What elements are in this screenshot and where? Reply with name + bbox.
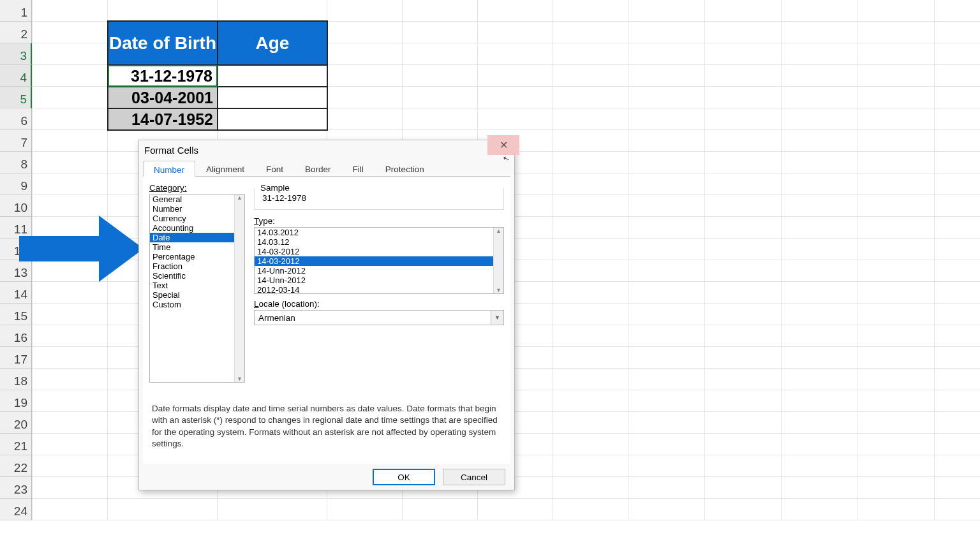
dialog-titlebar[interactable]: Format Cells ? ✕ ↖ <box>139 140 514 160</box>
row-header[interactable]: 19 <box>0 390 32 412</box>
locale-select[interactable]: Armenian ▼ <box>254 310 504 325</box>
scrollbar[interactable]: ▲ ▼ <box>493 228 503 293</box>
row-header[interactable]: 24 <box>0 499 32 520</box>
scrollbar[interactable]: ▲ ▼ <box>234 195 244 382</box>
tab-font[interactable]: Font <box>255 160 294 176</box>
category-item[interactable]: Special <box>150 290 244 300</box>
row-header[interactable]: 2 <box>0 22 32 43</box>
category-item[interactable]: Currency <box>150 214 244 223</box>
category-item[interactable]: Scientific <box>150 271 244 281</box>
row-header[interactable]: 23 <box>0 477 32 499</box>
scroll-up-icon[interactable]: ▲ <box>496 228 501 234</box>
category-item[interactable]: Number <box>150 204 244 214</box>
dialog-title-text: Format Cells <box>144 145 493 156</box>
sample-value: 31-12-1978 <box>260 193 498 203</box>
category-item[interactable]: Percentage <box>150 252 244 261</box>
row-header[interactable]: 17 <box>0 347 32 369</box>
scroll-down-icon[interactable]: ▼ <box>496 287 501 293</box>
type-item[interactable]: 14.03.2012 <box>255 228 503 237</box>
row-header[interactable]: 7 <box>0 130 32 152</box>
category-listbox[interactable]: GeneralNumberCurrencyAccountingDateTimeP… <box>149 194 245 383</box>
row-header[interactable]: 5 <box>0 87 32 108</box>
format-description: Date formats display date and time seria… <box>149 399 504 457</box>
type-item[interactable]: 14-Unn-2012 <box>255 276 503 285</box>
type-item[interactable]: 14-03-2012 <box>255 256 503 266</box>
type-listbox[interactable]: 14.03.201214.03.1214-03-201214-03-201214… <box>254 227 504 294</box>
type-item[interactable]: 14.03.12 <box>255 237 503 247</box>
row-header[interactable]: 8 <box>0 152 32 173</box>
category-label: Category: <box>149 183 245 193</box>
row-header[interactable]: 4 <box>0 65 32 87</box>
ok-button[interactable]: OK <box>373 469 435 485</box>
cell-c4[interactable] <box>218 87 327 108</box>
tab-number[interactable]: Number <box>143 161 195 177</box>
type-item[interactable]: 2012-03-14 <box>255 285 503 295</box>
locale-label: Locale (location): <box>254 299 504 309</box>
category-item[interactable]: Accounting <box>150 223 244 233</box>
locale-value: Armenian <box>258 313 295 323</box>
sample-box: Sample 31-12-1978 <box>254 188 504 210</box>
dialog-tabs: NumberAlignmentFontBorderFillProtection <box>143 160 510 177</box>
cell-b3-active[interactable]: 31-12-1978 <box>108 65 218 87</box>
row-header[interactable]: 15 <box>0 304 32 325</box>
format-cells-dialog: Format Cells ? ✕ ↖ NumberAlignmentFontBo… <box>138 140 515 490</box>
cell-c5[interactable] <box>218 108 327 130</box>
chevron-down-icon[interactable]: ▼ <box>491 311 503 325</box>
row-header[interactable]: 3 <box>0 43 32 65</box>
close-button[interactable]: ✕ <box>487 135 519 155</box>
sample-label: Sample <box>258 183 292 193</box>
header-age: Age <box>218 21 327 65</box>
category-item[interactable]: Custom <box>150 300 244 309</box>
cell-c3[interactable] <box>218 65 327 87</box>
tab-alignment[interactable]: Alignment <box>195 160 255 176</box>
worksheet-table: Date of Birth Age 31-12-1978 03-04-2001 … <box>107 20 328 131</box>
row-header[interactable]: 20 <box>0 412 32 434</box>
row-header[interactable]: 22 <box>0 455 32 477</box>
cell-b4[interactable]: 03-04-2001 <box>108 87 218 108</box>
annotation-arrow <box>19 217 147 281</box>
close-icon: ✕ <box>500 139 508 151</box>
scroll-down-icon[interactable]: ▼ <box>237 376 242 382</box>
category-item[interactable]: Fraction <box>150 261 244 271</box>
category-item[interactable]: General <box>150 195 244 204</box>
type-item[interactable]: 14-Unn-2012 <box>255 266 503 276</box>
row-header[interactable]: 21 <box>0 434 32 455</box>
row-header[interactable]: 1 <box>0 0 32 22</box>
header-date-of-birth: Date of Birth <box>108 21 218 65</box>
row-header[interactable]: 6 <box>0 108 32 130</box>
cancel-button[interactable]: Cancel <box>443 469 505 485</box>
row-header[interactable]: 16 <box>0 325 32 347</box>
tab-fill[interactable]: Fill <box>342 160 375 176</box>
row-header[interactable]: 14 <box>0 282 32 304</box>
type-label: Type: <box>254 216 504 226</box>
row-header[interactable]: 9 <box>0 173 32 195</box>
scroll-up-icon[interactable]: ▲ <box>237 195 242 201</box>
cell-b5[interactable]: 14-07-1952 <box>108 108 218 130</box>
category-item[interactable]: Date <box>150 233 244 242</box>
row-header[interactable]: 18 <box>0 369 32 390</box>
tab-border[interactable]: Border <box>294 160 342 176</box>
category-item[interactable]: Time <box>150 242 244 252</box>
type-item[interactable]: 14-03-2012 <box>255 247 503 256</box>
row-header[interactable]: 10 <box>0 195 32 217</box>
tab-protection[interactable]: Protection <box>375 160 435 176</box>
category-item[interactable]: Text <box>150 281 244 290</box>
